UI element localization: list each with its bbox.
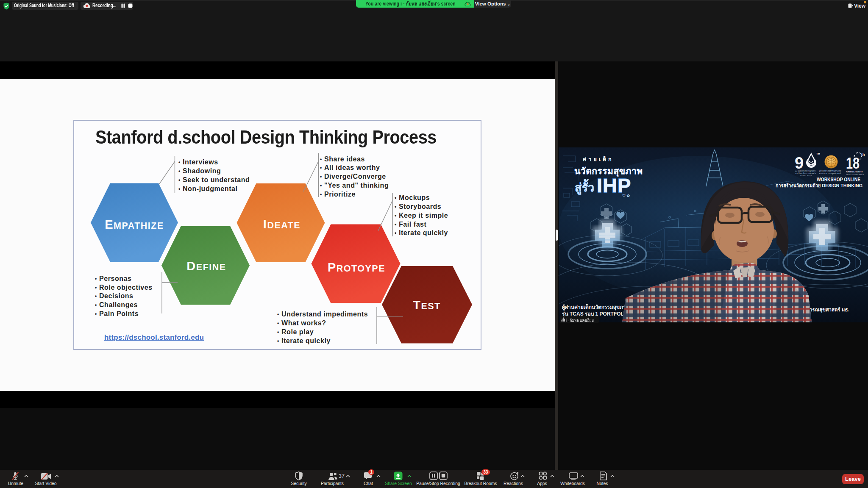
svg-text:๙๐ ปีแห่งการสาธารณา มหาวิ: ๙๐ ปีแห่งการสาธารณา มหาวิ [795, 169, 816, 172]
svg-text:ธารณสุขศาสตร์ มธ.: ธารณสุขศาสตร์ มธ. [807, 307, 849, 313]
svg-text:TM: TM [816, 152, 820, 155]
svg-text:ค่ายเด็ก: ค่ายเด็ก [583, 156, 614, 162]
svg-text:ANNIVERSARY: ANNIVERSARY [846, 170, 863, 173]
svg-text:มหาวิทยาลัยธรรมศาสตร์: มหาวิทยาลัยธรรมศาสตร์ [819, 169, 841, 172]
svg-text:๒๔๗๗ - ๒๕๖๗: ๒๔๗๗ - ๒๕๖๗ [800, 175, 812, 177]
svg-text:มหาวิทยาลัยธรรมศาสตร์ส: มหาวิทยาลัยธรรมศาสตร์ส [795, 172, 816, 175]
svg-text:คณะสาธารณสุขศาสตร์: คณะสาธารณสุขศาสตร์ [819, 172, 841, 175]
svg-text:18: 18 [846, 155, 860, 172]
svg-text:♡ ✿: ♡ ✿ [622, 194, 630, 198]
svg-text:การสร้างนวัตกรรมด้วย DESIGN TH: การสร้างนวัตกรรมด้วย DESIGN THINKING [776, 183, 862, 188]
svg-text:สู่รั้ว: สู่รั้ว [575, 179, 594, 195]
svg-text:FACULTY OF PUBLIC HEALTH: FACULTY OF PUBLIC HEALTH [846, 173, 864, 175]
svg-text:WORKSHOP ONLINE: WORKSHOP ONLINE [817, 177, 860, 183]
svg-text:th: th [861, 152, 865, 157]
